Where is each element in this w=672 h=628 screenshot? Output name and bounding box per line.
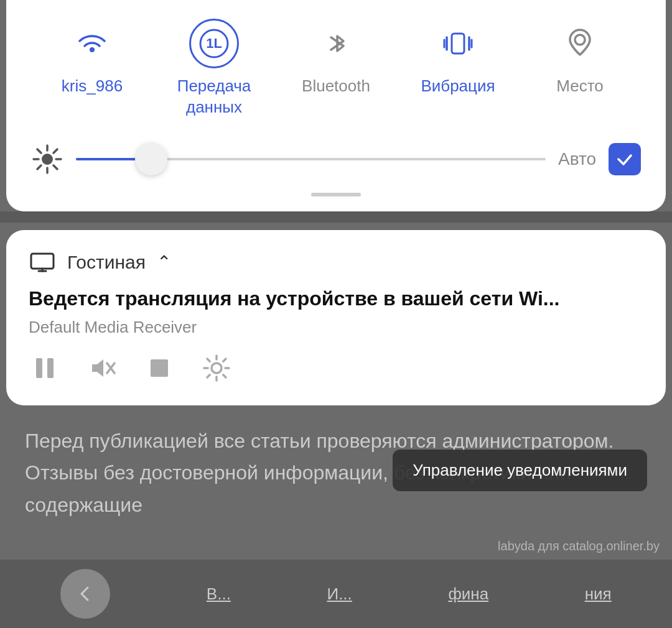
- toast-notification: Управление уведомлениями: [393, 450, 647, 491]
- wifi-icon: [76, 27, 108, 60]
- slider-thumb[interactable]: [135, 143, 167, 175]
- bottom-text-1: В...: [207, 584, 231, 604]
- quick-settings-panel: kris_986 1L Передачаданных Bluetooth: [6, 0, 666, 211]
- location-tile[interactable]: Место: [530, 19, 630, 97]
- notification-subtitle: Default Media Receiver: [29, 318, 643, 337]
- bluetooth-icon-wrapper: [311, 19, 361, 68]
- svg-line-15: [54, 149, 57, 153]
- stop-button[interactable]: [143, 352, 175, 387]
- data-transfer-tile[interactable]: 1L Передачаданных: [164, 19, 264, 118]
- settings-icon: [200, 352, 233, 384]
- bottom-text-4: ния: [585, 584, 612, 604]
- auto-label: Авто: [558, 149, 596, 169]
- vibration-tile[interactable]: Вибрация: [408, 19, 508, 97]
- settings-button[interactable]: [200, 352, 233, 387]
- wifi-label: kris_986: [62, 76, 123, 97]
- pause-icon: [29, 352, 61, 384]
- location-label: Место: [556, 76, 604, 97]
- brightness-row: Авто: [31, 137, 641, 188]
- mute-button[interactable]: [86, 352, 118, 387]
- drag-handle-bar: [311, 193, 361, 196]
- svg-point-7: [575, 35, 585, 45]
- data-transfer-label: Передачаданных: [177, 76, 251, 118]
- location-icon-wrapper: [555, 19, 605, 68]
- checkmark-icon: [615, 149, 635, 169]
- back-icon: [74, 583, 96, 605]
- svg-line-13: [37, 149, 41, 153]
- room-label: Гостиная: [67, 252, 146, 273]
- svg-text:1L: 1L: [206, 35, 222, 51]
- bluetooth-icon: [320, 27, 352, 60]
- wifi-tile[interactable]: kris_986: [42, 19, 142, 97]
- svg-rect-17: [31, 254, 54, 269]
- notification-card: Гостиная ⌃ Ведется трансляция на устройс…: [6, 230, 666, 406]
- svg-line-14: [54, 165, 57, 169]
- pause-button[interactable]: [29, 352, 61, 387]
- wifi-icon-wrapper: [67, 19, 117, 68]
- watermark: labyda для catalog.onliner.by: [498, 539, 660, 553]
- toast-text: Управление уведомлениями: [413, 461, 627, 479]
- brightness-icon: [31, 143, 63, 175]
- notification-header: Гостиная ⌃: [29, 249, 643, 276]
- brightness-slider[interactable]: [76, 143, 546, 175]
- svg-rect-21: [47, 358, 54, 378]
- dark-gap: [0, 211, 672, 223]
- svg-line-16: [37, 165, 41, 169]
- location-icon: [564, 27, 596, 60]
- notification-title: Ведется трансляция на устройстве в вашей…: [29, 286, 643, 312]
- tv-icon: [29, 249, 56, 276]
- bluetooth-label: Bluetooth: [302, 76, 370, 97]
- data-transfer-icon: 1L: [198, 27, 230, 60]
- auto-checkbox[interactable]: [609, 143, 641, 175]
- svg-rect-2: [452, 34, 464, 53]
- vibration-icon: [442, 27, 474, 60]
- mute-icon: [86, 352, 118, 384]
- media-controls: [29, 352, 643, 387]
- chevron-up-icon[interactable]: ⌃: [157, 252, 171, 272]
- svg-rect-20: [36, 358, 42, 378]
- svg-rect-24: [151, 359, 168, 377]
- quick-tiles-row: kris_986 1L Передачаданных Bluetooth: [31, 19, 641, 118]
- data-transfer-icon-wrapper: 1L: [189, 19, 239, 68]
- bluetooth-tile[interactable]: Bluetooth: [286, 19, 386, 97]
- stop-icon: [143, 352, 175, 384]
- back-button[interactable]: [60, 569, 110, 619]
- bottom-text-2: И...: [327, 584, 352, 604]
- svg-point-25: [212, 363, 222, 373]
- vibration-label: Вибрация: [421, 76, 495, 97]
- svg-point-8: [42, 154, 53, 165]
- vibration-icon-wrapper: [433, 19, 483, 68]
- drag-handle[interactable]: [31, 188, 641, 199]
- bottom-bar: В... И... фина ния: [0, 560, 672, 628]
- bottom-text-3: фина: [448, 584, 488, 604]
